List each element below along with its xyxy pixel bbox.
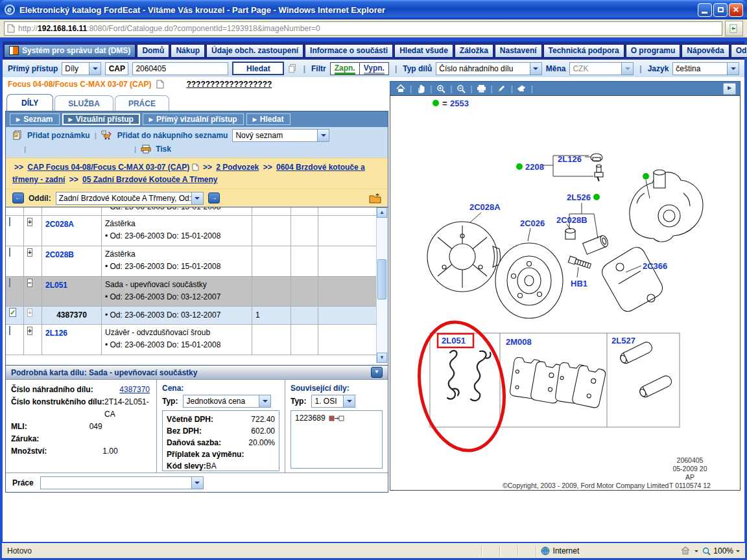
table-row[interactable]: + 2L126 Uzávěr - odvzdušňovací šroub • O… (6, 325, 377, 355)
price-type-select[interactable]: Jednotková cena (183, 395, 271, 408)
panel-expand-button[interactable]: ▶ (723, 83, 736, 95)
row-checkbox[interactable] (9, 248, 10, 257)
subnav-seznam[interactable]: ▶Seznam (10, 113, 60, 125)
maximize-button[interactable] (713, 3, 728, 17)
protected-mode-icon[interactable] (680, 546, 691, 555)
related-type-select[interactable]: 1. OSI (311, 395, 355, 408)
tab-dily[interactable]: DÍLY (6, 94, 53, 111)
nav-bookmark-button[interactable]: Záložka (455, 44, 493, 58)
nav-logout-button[interactable]: Odhlášení (731, 44, 747, 58)
minimize-button[interactable] (698, 3, 712, 17)
filter-off-button[interactable]: Vypn. (360, 63, 388, 75)
zoom-icon (702, 547, 711, 555)
address-input[interactable]: http://192.168.16.11:8080/Ford/Catalogue… (4, 21, 722, 36)
search-input[interactable] (132, 62, 228, 75)
cap-field[interactable]: CAP (105, 62, 128, 75)
section-next-button[interactable]: → (208, 192, 220, 204)
part-label-2L051[interactable]: 2L051 (442, 336, 466, 345)
part-label-2L126[interactable]: 2L126 (558, 154, 582, 164)
part-number-link[interactable]: 2L051 (42, 277, 102, 306)
tab-sluzba[interactable]: SLUŽBA (54, 95, 113, 111)
nav-help-button[interactable]: Nápověda (682, 44, 729, 58)
zoom-in-icon[interactable] (434, 84, 447, 94)
pencil-icon[interactable] (495, 84, 508, 94)
eraser-icon[interactable] (516, 84, 528, 94)
expand-icon[interactable]: + (27, 248, 32, 257)
nav-shop-button[interactable]: Nákup (171, 44, 205, 58)
row-checkbox[interactable] (9, 278, 10, 287)
expand-icon[interactable]: + (27, 218, 32, 226)
print-icon[interactable] (475, 84, 488, 94)
nav-about-button[interactable]: O programu (626, 44, 681, 58)
section-select[interactable]: Zadní Brzdové Kotouče A Třmeny, Od: 23-0… (56, 192, 204, 205)
part-label-HB1[interactable]: HB1 (571, 279, 587, 288)
zoom-control[interactable]: 100% (702, 546, 740, 555)
language-select[interactable]: čeština (672, 62, 739, 75)
labor-select[interactable] (40, 476, 204, 489)
page-icon[interactable] (192, 163, 199, 171)
missing-translation-link[interactable]: ?????????????????? (186, 80, 272, 89)
chevron-down-icon[interactable] (694, 550, 698, 554)
tab-prace[interactable]: PRÁCE (115, 95, 169, 111)
breadcrumb-link-model[interactable]: CAP Focus 04-08/Focus C-MAX 03-07 (CAP) (27, 163, 189, 172)
scroll-thumb[interactable] (377, 259, 386, 299)
nav-settings-button[interactable]: Nastavení (495, 44, 542, 58)
table-row[interactable]: + 2C028A Zástěrka • Od: 23-06-2003 Do: 1… (6, 216, 377, 246)
row-checkbox[interactable] (9, 326, 10, 335)
part-type-select[interactable]: Číslo náhradního dílu (436, 62, 541, 75)
go-button[interactable] (725, 21, 743, 36)
row-checkbox[interactable] (9, 217, 10, 226)
divider: | (134, 145, 136, 153)
section-prev-button[interactable]: ← (12, 192, 24, 204)
breadcrumb-link-group[interactable]: 2 Podvozek (216, 163, 259, 172)
direct-access-type-select[interactable]: Díly (62, 62, 101, 75)
part-label-2C028B[interactable]: 2C028B (556, 215, 587, 225)
page-icon[interactable] (156, 80, 164, 89)
add-note-button[interactable]: Přidat poznámku (27, 131, 90, 140)
nav-part-info-button[interactable]: Informace o součásti (305, 44, 393, 58)
pan-hand-icon[interactable] (414, 84, 427, 94)
subnav-vizualni-pristup[interactable]: ▶Vizuální přístup (62, 113, 140, 125)
home-icon[interactable] (394, 84, 407, 94)
zoom-out-icon[interactable] (455, 84, 468, 94)
shopping-list-select[interactable]: Nový seznam (232, 129, 329, 142)
part-label-2208[interactable]: 2208 (525, 162, 544, 172)
collapse-icon[interactable]: − (27, 279, 32, 287)
part-label-2C366[interactable]: 2C366 (643, 261, 667, 271)
part-number-link[interactable]: 2C028A (42, 216, 102, 246)
search-button[interactable]: Hledat (232, 62, 284, 75)
part-number-link[interactable]: 2L126 (42, 325, 102, 355)
part-label-2L527[interactable]: 2L527 (611, 336, 635, 345)
part-label-2M008[interactable]: 2M008 (506, 337, 532, 347)
part-number-link[interactable]: 4387370 (119, 385, 150, 394)
table-row-highlighted[interactable]: ✓ + 4387370 • Od: 23-06-2003 Do: 03-12-2… (6, 307, 377, 325)
subnav-primy-vizualni-pristup[interactable]: ▶Přímý vizuální přístup (143, 113, 244, 125)
nav-search-all-button[interactable]: Hledat všude (394, 44, 453, 58)
part-label-2L526[interactable]: 2L526 (567, 192, 591, 202)
close-button[interactable]: ✕ (729, 3, 743, 17)
nav-tech-support-button[interactable]: Technická podpora (543, 44, 624, 58)
chevron-down-icon[interactable] (736, 550, 740, 554)
nav-home-button[interactable]: Domů (137, 44, 169, 58)
part-label-2C028A[interactable]: 2C028A (469, 202, 501, 212)
nav-dealer-data-button[interactable]: Údaje obch. zastoupení (206, 44, 303, 58)
nav-dms-button[interactable]: Systém pro správu dat (DMS) (4, 44, 136, 58)
print-button[interactable]: Tisk (156, 145, 171, 154)
filter-on-button[interactable]: Zapn. (331, 63, 360, 75)
row-checkbox-checked[interactable]: ✓ (9, 308, 16, 317)
part-number-link[interactable]: 2C028B (42, 246, 102, 276)
folder-up-icon[interactable] (369, 193, 381, 204)
copy-pages-icon[interactable] (288, 64, 297, 73)
expand-icon[interactable]: + (27, 327, 32, 335)
related-part-link[interactable]: 1223689 (295, 414, 326, 423)
breadcrumb-link-section[interactable]: 05 Zadní Brzdové Kotouče A Třmeny (82, 175, 217, 184)
scroll-up-button[interactable]: ▲ (377, 207, 387, 218)
table-row[interactable]: + 2C028B Zástěrka • Od: 23-06-2003 Do: 1… (6, 246, 377, 277)
add-to-shopping-list-button[interactable]: Přidat do nákupního seznamu (117, 131, 228, 140)
collapse-card-button[interactable]: ▼ (371, 367, 383, 378)
table-row-selected[interactable]: − 2L051 Sada - upevňovací součástky • Od… (6, 277, 377, 307)
part-label-2C026[interactable]: 2C026 (520, 218, 545, 228)
table-scrollbar[interactable]: ▲ ▼ (376, 207, 388, 363)
subnav-hledat[interactable]: ▶Hledat (246, 113, 290, 125)
scroll-down-button[interactable]: ▼ (377, 353, 387, 363)
